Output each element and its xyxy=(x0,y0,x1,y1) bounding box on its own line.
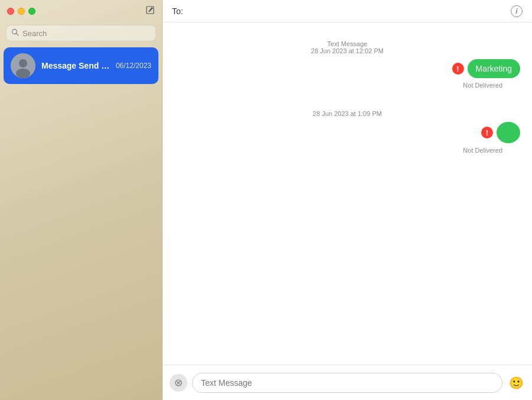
not-delivered-label-1: Not Delivered xyxy=(463,82,502,89)
svg-point-5 xyxy=(16,69,30,78)
info-icon[interactable]: i xyxy=(511,5,523,17)
main-titlebar: To: i xyxy=(163,0,532,22)
maximize-button[interactable] xyxy=(28,8,35,15)
conversation-date: 06/12/2023 xyxy=(116,62,151,70)
to-label: To: xyxy=(172,7,183,16)
avatar xyxy=(11,53,35,78)
search-label: Search xyxy=(22,29,47,38)
conversation-info: Message Send Failure xyxy=(41,61,110,70)
not-delivered-label-2: Not Delivered xyxy=(463,147,502,154)
timestamp-label-2: 28 Jun 2023 at 1:09 PM xyxy=(174,110,520,117)
conversation-list: Message Send Failure 06/12/2023 xyxy=(0,46,162,400)
search-bar[interactable]: Search xyxy=(6,25,156,41)
sidebar: Search Message Send Failure 06/12/2023 xyxy=(0,0,163,400)
traffic-lights xyxy=(7,8,35,15)
error-icon-2[interactable]: ! xyxy=(481,127,493,138)
message-row-2: ! xyxy=(481,122,520,143)
compose-icon[interactable] xyxy=(145,5,155,17)
message-bubble-1: Marketing xyxy=(468,59,520,78)
main-content: To: i Text Message 28 Jun 2023 at 12:02 … xyxy=(163,0,532,400)
message-input[interactable] xyxy=(192,373,502,393)
conversation-item[interactable]: Message Send Failure 06/12/2023 xyxy=(4,47,158,84)
error-icon-1[interactable]: ! xyxy=(452,63,464,75)
conversation-name: Message Send Failure xyxy=(41,61,110,70)
message-dot-bubble xyxy=(497,122,520,143)
svg-point-4 xyxy=(19,59,27,67)
message-block-2: ! Not Delivered xyxy=(174,122,520,154)
search-icon xyxy=(11,28,19,38)
apps-icon[interactable] xyxy=(170,374,187,392)
input-area: 🙂 xyxy=(163,364,532,400)
messages-area: Text Message 28 Jun 2023 at 12:02 PM ! M… xyxy=(163,22,532,364)
svg-line-2 xyxy=(17,34,19,36)
timestamp-label-1: Text Message 28 Jun 2023 at 12:02 PM xyxy=(174,40,520,54)
message-block-1: ! Marketing Not Delivered xyxy=(174,59,520,89)
minimize-button[interactable] xyxy=(18,8,25,15)
sidebar-titlebar xyxy=(0,0,162,22)
message-row-1: ! Marketing xyxy=(452,59,520,78)
emoji-icon[interactable]: 🙂 xyxy=(507,374,525,392)
close-button[interactable] xyxy=(7,8,14,15)
